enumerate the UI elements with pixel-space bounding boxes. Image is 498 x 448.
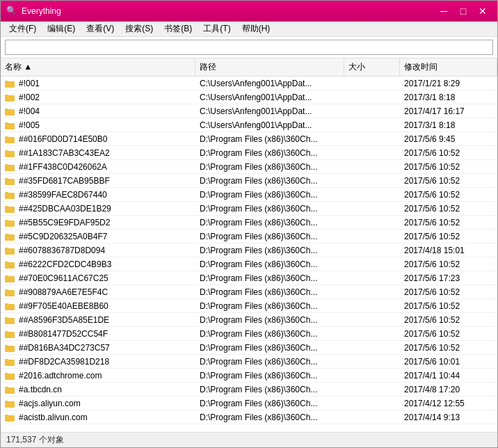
folder-icon [5,344,15,352]
table-row[interactable]: #2016.adtchrome.comD:\Program Files (x86… [1,369,497,383]
table-row[interactable]: ##38599FAEC8D67440D:\Program Files (x86)… [1,188,497,202]
folder-icon [5,330,15,338]
cell-modified: 2017/5/6 10:52 [400,188,497,201]
cell-path: D:\Program Files (x86)\360Ch... [195,397,344,410]
svg-rect-39 [5,345,8,347]
cell-name: #!001 [1,77,195,90]
folder-icon [5,385,15,394]
menu-item[interactable]: 工具(T) [198,22,236,36]
folder-icon [5,121,15,129]
table-row[interactable]: ##DF8D2CA35981D218D:\Program Files (x86)… [1,355,497,369]
folder-icon [5,399,15,408]
cell-path: D:\Program Files (x86)\360Ch... [195,216,344,229]
cell-name: ##38599FAEC8D67440 [1,188,195,201]
cell-size [344,118,400,131]
file-list-body[interactable]: #!001C:\Users\Anfeng001\AppDat...2017/1/… [1,77,497,432]
cell-modified: 2017/5/6 9:45 [400,132,497,145]
svg-rect-11 [5,150,8,152]
svg-rect-43 [5,373,8,375]
cell-modified: 2017/5/6 10:52 [400,257,497,271]
table-row[interactable]: #!002C:\Users\Anfeng001\AppDat...2017/3/… [1,90,497,104]
table-row[interactable]: #acjs.aliyun.comD:\Program Files (x86)\3… [1,397,497,410]
cell-name-text: ##908879AA6E7E5F4C [19,287,108,297]
search-input[interactable] [5,40,493,55]
search-bar [1,37,497,58]
column-header-size[interactable]: 大小 [344,58,400,76]
cell-modified: 2017/5/6 10:52 [400,146,497,159]
cell-name-text: ##70E0C9611AC67C25 [19,273,109,283]
cell-modified: 2017/5/6 10:52 [400,174,497,187]
table-row[interactable]: #!005C:\Users\Anfeng001\AppDat...2017/3/… [1,118,497,132]
folder-icon [5,135,15,143]
svg-rect-19 [5,206,8,208]
svg-rect-7 [5,122,8,125]
cell-path: C:\Users\Anfeng001\AppDat... [195,104,344,118]
cell-path: D:\Program Files (x86)\360Ch... [195,327,344,340]
menu-item[interactable]: 编辑(E) [42,22,81,36]
table-row[interactable]: ##6078836787D8D094D:\Program Files (x86)… [1,243,497,257]
svg-rect-15 [5,178,8,180]
column-header-name[interactable]: 名称 ▲ [1,58,195,76]
table-row[interactable]: #acistb.alivun.comD:\Program Files (x86)… [1,410,497,424]
table-row[interactable]: ##425DBCAA03DE1B29D:\Program Files (x86)… [1,202,497,216]
cell-size [344,257,400,271]
cell-path: C:\Users\Anfeng001\AppDat... [195,77,344,90]
menu-item[interactable]: 帮助(H) [236,22,276,36]
cell-name-text: ##6078836787D8D094 [19,246,105,255]
menu-item[interactable]: 文件(F) [3,22,42,36]
folder-icon [5,246,15,255]
table-row[interactable]: ##70E0C9611AC67C25D:\Program Files (x86)… [1,271,497,285]
cell-size [344,299,400,312]
menu-item[interactable]: 搜索(S) [120,22,159,36]
column-header-modified[interactable]: 修改时间 [400,58,497,76]
cell-name: ##35FD6817CAB95BBF [1,174,195,187]
svg-rect-13 [5,164,8,166]
cell-modified: 2017/5/6 10:01 [400,355,497,368]
svg-rect-29 [5,275,8,278]
cell-path: D:\Program Files (x86)\360Ch... [195,285,344,298]
table-row[interactable]: ##016F0D0D714E50B0D:\Program Files (x86)… [1,132,497,146]
cell-path: D:\Program Files (x86)\360Ch... [195,202,344,215]
menu-item[interactable]: 查看(V) [81,22,120,36]
table-row[interactable]: ##1FF438C0D426062AD:\Program Files (x86)… [1,160,497,174]
table-row[interactable]: #!004C:\Users\Anfeng001\AppDat...2017/4/… [1,104,497,118]
cell-name-text: ##B8081477D52CC54F [19,329,108,339]
cell-name: ##5B55C9E9FDAF95D2 [1,216,195,229]
cell-size [344,104,400,118]
menu-item[interactable]: 书签(B) [159,22,198,36]
cell-name-text: ##5B55C9E9FDAF95D2 [19,218,110,227]
table-row[interactable]: ##6222CFD2CDC4B9B3D:\Program Files (x86)… [1,257,497,271]
maximize-button[interactable]: □ [454,4,472,18]
close-button[interactable]: ✕ [474,4,492,18]
cell-size [344,77,400,90]
status-count: 171,537 个对象 [6,434,64,446]
cell-path: D:\Program Files (x86)\360Ch... [195,313,344,326]
folder-icon [5,93,15,102]
cell-modified: 2017/4/14 9:13 [400,410,497,424]
table-row[interactable]: ##5B55C9E9FDAF95D2D:\Program Files (x86)… [1,216,497,230]
cell-name: ##1A183C7AB3C43EA2 [1,146,195,159]
cell-size [344,202,400,215]
cell-name-text: #2016.adtchrome.com [19,371,102,381]
column-header-path[interactable]: 路径 [195,58,344,76]
cell-modified: 2017/5/6 10:52 [400,341,497,354]
table-row[interactable]: ##5C9D206325A0B4F7D:\Program Files (x86)… [1,230,497,243]
table-row[interactable]: #!001C:\Users\Anfeng001\AppDat...2017/1/… [1,77,497,90]
table-row[interactable]: ##9F705E40AEBE8B60D:\Program Files (x86)… [1,299,497,313]
table-row[interactable]: ##B8081477D52CC54FD:\Program Files (x86)… [1,327,497,341]
table-row[interactable]: ##908879AA6E7E5F4CD:\Program Files (x86)… [1,285,497,299]
table-row[interactable]: ##1A183C7AB3C43EA2D:\Program Files (x86)… [1,146,497,160]
table-row[interactable]: ##D816BA34DC273C57D:\Program Files (x86)… [1,341,497,355]
folder-icon [5,260,15,269]
minimize-button[interactable]: ─ [435,4,453,18]
cell-modified: 2017/3/1 8:18 [400,90,497,104]
svg-rect-25 [5,248,8,250]
table-row[interactable]: #a.tbcdn.cnD:\Program Files (x86)\360Ch.… [1,383,497,397]
table-row[interactable]: ##A8596F3D5A85E1DED:\Program Files (x86)… [1,313,497,327]
cell-size [344,383,400,396]
cell-name-text: ##6222CFD2CDC4B9B3 [19,259,111,269]
cell-path: D:\Program Files (x86)\360Ch... [195,160,344,173]
table-row[interactable]: ##35FD6817CAB95BBFD:\Program Files (x86)… [1,174,497,188]
folder-icon [5,163,15,171]
cell-name-text: #acistb.alivun.com [19,413,88,422]
